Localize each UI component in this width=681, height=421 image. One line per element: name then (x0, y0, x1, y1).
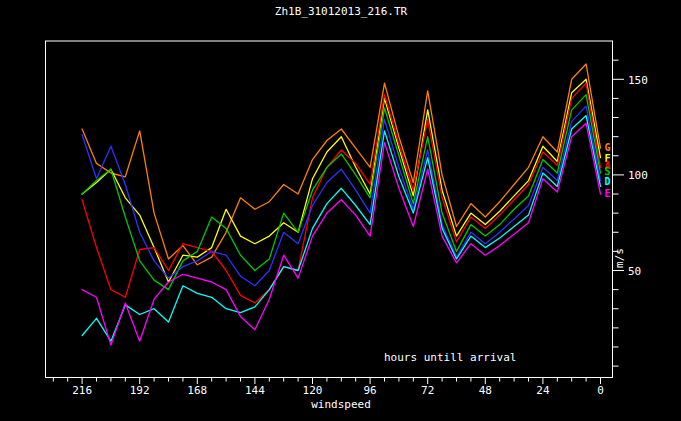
y-tick-label: 100 (628, 169, 648, 182)
annotation-hours-untill-arrival: hours untill arrival (384, 351, 516, 364)
app-window: Zh1B_31012013_216.TR 2161921681441209672… (0, 0, 681, 421)
series-line-F (82, 79, 600, 282)
series-lines (82, 64, 600, 345)
x-tick-label: 96 (363, 384, 376, 397)
chart-canvas: Zh1B_31012013_216.TR 2161921681441209672… (0, 0, 681, 421)
x-tick-label: 216 (72, 384, 92, 397)
x-tick-label: 192 (130, 384, 150, 397)
series-end-letter-D: D (605, 176, 611, 187)
series-end-letter-E: E (605, 188, 611, 199)
x-axis-title: windspeed (311, 398, 371, 411)
x-tick-label: 120 (303, 384, 323, 397)
x-tick-label: 168 (187, 384, 207, 397)
series-line-blue (82, 106, 600, 286)
y-tick-label: 50 (628, 265, 641, 278)
series-end-letters: GFASDE (605, 142, 611, 199)
series-line-G (82, 64, 600, 265)
series-line-E (82, 123, 600, 345)
y-tick-label: 150 (628, 74, 648, 87)
chart-title: Zh1B_31012013_216.TR (275, 5, 408, 18)
series-line-A (82, 83, 600, 303)
plot-border (46, 41, 613, 378)
x-axis-ticks: 216192168144120967248240 (53, 378, 604, 397)
x-tick-label: 0 (597, 384, 604, 397)
x-tick-label: 72 (421, 384, 434, 397)
x-tick-label: 48 (479, 384, 492, 397)
x-tick-label: 144 (245, 384, 265, 397)
series-end-letter-G: G (605, 142, 611, 153)
x-tick-label: 24 (536, 384, 550, 397)
y-axis-ticks: 50100150 (613, 60, 648, 366)
y-axis-title: m/s (613, 248, 626, 268)
